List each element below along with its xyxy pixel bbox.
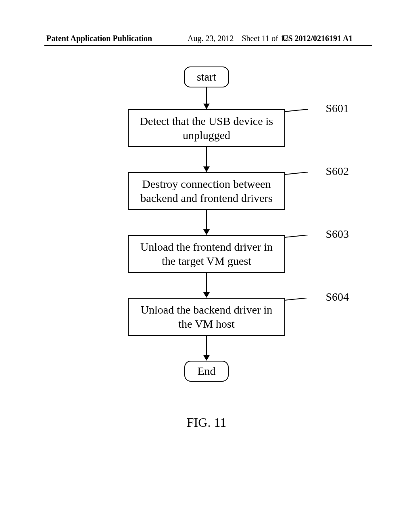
process-text: Unload the backend driver in the VM host [141, 303, 273, 330]
process-step-s604: Unload the backend driver in the VM host… [128, 298, 285, 336]
arrow-head-icon [203, 104, 210, 109]
arrow-head-icon [203, 166, 210, 172]
leader-line-icon [284, 298, 317, 310]
arrow-head-icon [203, 229, 210, 235]
arrow-shaft [206, 147, 207, 166]
svg-line-0 [284, 109, 308, 112]
arrow [203, 273, 210, 298]
leader-line-icon [284, 235, 317, 247]
arrow-shaft [206, 87, 207, 104]
arrow-shaft [206, 210, 207, 229]
step-label: S602 [325, 164, 349, 178]
figure-caption: FIG. 11 [187, 415, 226, 430]
arrow-shaft [206, 273, 207, 292]
arrow-head-icon [203, 292, 210, 298]
svg-line-1 [284, 172, 308, 175]
svg-line-2 [284, 235, 308, 237]
process-text: Destroy connection between backend and f… [140, 178, 272, 204]
header-date-sheet: Aug. 23, 2012 Sheet 11 of 12 [188, 34, 288, 43]
start-node: start [184, 66, 229, 87]
process-step-s603: Unload the frontend driver in the target… [128, 235, 285, 273]
step-label: S604 [325, 290, 349, 304]
process-step-s602: Destroy connection between backend and f… [128, 172, 285, 210]
flowchart: start Detect that the USB device is unpl… [86, 66, 327, 382]
leader-line-icon [284, 109, 317, 121]
arrow [203, 147, 210, 172]
process-text: Unload the frontend driver in the target… [140, 241, 273, 267]
header-sheet: Sheet 11 of 12 [242, 34, 288, 43]
header-publication-number: US 2012/0216191 A1 [282, 34, 353, 43]
step-label: S601 [325, 101, 349, 115]
arrow-shaft [206, 336, 207, 355]
process-step-s601: Detect that the USB device is unplugged … [128, 109, 285, 147]
svg-line-3 [284, 298, 308, 300]
header-date: Aug. 23, 2012 [188, 34, 234, 43]
arrow [203, 87, 210, 109]
step-label: S603 [325, 227, 349, 241]
leader-line-icon [284, 172, 317, 184]
arrow [203, 210, 210, 235]
arrow [203, 336, 210, 361]
process-text: Detect that the USB device is unplugged [140, 115, 273, 141]
end-node: End [184, 361, 228, 382]
header-rule [44, 45, 372, 46]
header-publication-type: Patent Application Publication [46, 34, 152, 43]
arrow-head-icon [203, 355, 210, 361]
